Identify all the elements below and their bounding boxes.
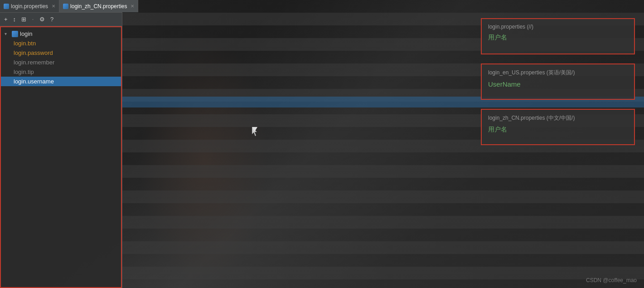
left-panel: login.properties ✕ login_zh_CN.propertie…	[0, 0, 122, 288]
item-label-login-password: login.password	[14, 49, 53, 56]
tree-root-login[interactable]: ▾ login	[1, 29, 121, 39]
item-label-login-btn: login.btn	[14, 40, 36, 47]
translation-box-default: login.properties (//) 用户名	[481, 18, 635, 54]
translation-title-en-us: login_en_US.properties (英语/美国/)	[488, 69, 628, 77]
translation-value-default[interactable]: 用户名	[488, 34, 628, 42]
add-button[interactable]: +	[3, 15, 9, 24]
item-label-login-tip: login.tip	[14, 68, 34, 75]
translation-box-en-us: login_en_US.properties (英语/美国/) UserName	[481, 63, 635, 100]
help-button[interactable]: ?	[49, 15, 55, 24]
tab-label-zh-cn: login_zh_CN.properties	[70, 3, 127, 10]
settings-button[interactable]: ⚙	[38, 15, 46, 24]
tab-bar: login.properties ✕ login_zh_CN.propertie…	[0, 0, 122, 13]
tab-close-login[interactable]: ✕	[52, 4, 55, 9]
resource-bundle-icon	[12, 31, 18, 37]
tree-item-login-btn[interactable]: login.btn	[1, 39, 121, 48]
chevron-icon: ▾	[5, 31, 10, 36]
item-label-login-remember: login.remember	[14, 59, 54, 66]
watermark: CSDN @coffee_mao	[586, 277, 637, 283]
tree-item-login-username[interactable]: login.username	[1, 77, 121, 86]
root-label: login	[20, 30, 32, 37]
tree-item-login-tip[interactable]: login.tip	[1, 67, 121, 77]
svg-marker-0	[252, 127, 257, 136]
tab-label-login: login.properties	[11, 3, 48, 10]
translation-value-en-us[interactable]: UserName	[488, 80, 628, 88]
main-layout: login.properties ✕ login_zh_CN.propertie…	[0, 0, 644, 288]
translation-title-zh-cn: login_zh_CN.properties (中文/中国/)	[488, 114, 628, 122]
translation-box-zh-cn: login_zh_CN.properties (中文/中国/) 用户名	[481, 109, 635, 145]
tree-view: ▾ login login.btn login.password login.r…	[0, 26, 122, 288]
tab-icon-login	[4, 4, 9, 9]
tree-item-login-remember[interactable]: login.remember	[1, 58, 121, 67]
tree-item-login-password[interactable]: login.password	[1, 48, 121, 58]
tab-login-properties[interactable]: login.properties ✕	[0, 0, 59, 12]
translation-title-default: login.properties (//)	[488, 24, 628, 30]
item-label-login-username: login.username	[14, 78, 54, 85]
translation-value-zh-cn[interactable]: 用户名	[488, 126, 628, 134]
right-panel: login.properties (//) 用户名 login_en_US.pr…	[122, 0, 644, 288]
translation-panels: login.properties (//) 用户名 login_en_US.pr…	[472, 18, 644, 154]
dot-button[interactable]: ·	[30, 14, 35, 25]
left-toolbar: + ↕ ⊞ · ⚙ ?	[0, 13, 122, 26]
layout-button[interactable]: ⊞	[20, 15, 28, 24]
mouse-cursor	[252, 127, 257, 135]
tab-icon-zh-cn	[63, 4, 68, 9]
sort-button[interactable]: ↕	[12, 15, 18, 24]
